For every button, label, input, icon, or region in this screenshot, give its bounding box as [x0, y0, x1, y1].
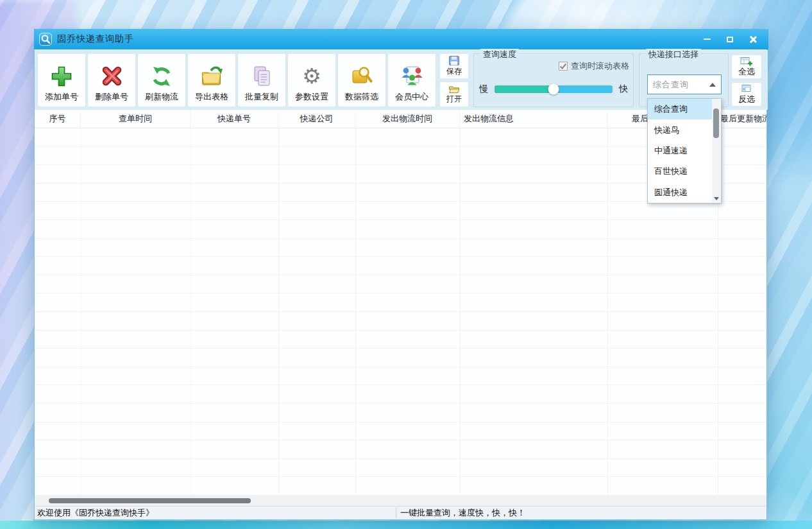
table-row: [35, 220, 766, 239]
column-header-tracking-no[interactable]: 快递单号: [190, 110, 278, 128]
column-header-last-update[interactable]: 最后更新物流: [718, 110, 766, 128]
dropdown-option[interactable]: 快递鸟: [648, 119, 713, 140]
select-all-button[interactable]: 全选: [731, 55, 762, 79]
app-magnifier-icon: [39, 33, 52, 46]
titlebar[interactable]: 固乔快递查询助手: [34, 29, 768, 49]
minimize-icon: [704, 39, 711, 40]
speed-slider-track[interactable]: [493, 84, 614, 94]
column-header-dispatch-info[interactable]: 发出物流信息: [460, 110, 607, 128]
table-grid-line: [278, 128, 279, 496]
button-label: 参数设置: [295, 91, 328, 103]
slow-label: 慢: [479, 83, 488, 95]
app-window: 固乔快递查询助手 添加单号: [34, 29, 767, 520]
status-welcome-text: 欢迎使用《固乔快递查询快手》: [35, 507, 154, 519]
table-row: [35, 404, 766, 422]
interface-combobox[interactable]: 综合查询: [647, 74, 722, 94]
scroll-table-checkbox[interactable]: [559, 62, 568, 71]
interface-dropdown-list: 综合查询 快递鸟 中通速递 百世快递 圆通快递: [647, 98, 722, 204]
open-button[interactable]: 打开: [439, 82, 469, 107]
table-grid-line: [355, 128, 356, 496]
refresh-arrows-icon: [150, 64, 173, 89]
table-row: [35, 459, 766, 478]
table-row: [35, 367, 766, 386]
button-label: 数据筛选: [345, 91, 378, 103]
button-label: 会员中心: [395, 91, 428, 103]
column-header-dispatch-time[interactable]: 发出物流时间: [355, 110, 460, 128]
select-all-label: 全选: [738, 66, 755, 78]
select-all-grid-icon: [740, 56, 753, 66]
people-group-icon: [400, 64, 423, 89]
button-label: 批量复制: [245, 91, 278, 103]
checkmark-icon: [559, 62, 567, 70]
wallpaper-bottom-band: [0, 521, 812, 529]
table-grid-line: [81, 128, 81, 496]
table-row: [35, 293, 766, 312]
interface-selected-value: 综合查询: [648, 79, 709, 91]
window-title: 固乔快递查询助手: [57, 33, 134, 45]
fast-label: 快: [619, 83, 628, 95]
slider-fill-right: [554, 85, 613, 93]
scroll-down-icon[interactable]: [712, 195, 720, 202]
delete-order-button[interactable]: 删除单号: [87, 53, 136, 107]
table-grid-line: [460, 128, 461, 496]
scroll-up-icon[interactable]: [712, 100, 720, 107]
save-button[interactable]: 保存: [439, 53, 469, 79]
table-grid-line: [607, 128, 608, 496]
slider-fill-left: [495, 85, 554, 93]
table-row: [35, 275, 766, 294]
add-order-button[interactable]: 添加单号: [37, 53, 86, 107]
minimize-button[interactable]: [695, 29, 718, 49]
dropdown-scrollbar[interactable]: [712, 100, 720, 202]
table-row: [35, 331, 766, 349]
scroll-table-checkbox-label: 查询时滚动表格: [571, 60, 629, 72]
table-row: [35, 422, 766, 441]
copy-pages-icon: [250, 64, 273, 89]
member-center-button[interactable]: 会员中心: [387, 53, 436, 107]
save-label: 保存: [446, 66, 462, 77]
dropdown-scrollbar-thumb[interactable]: [713, 108, 719, 138]
red-x-icon: [100, 64, 123, 89]
column-header-courier-company[interactable]: 快递公司: [278, 110, 355, 128]
folder-export-icon: [200, 64, 223, 89]
data-filter-button[interactable]: 数据筛选: [337, 53, 386, 107]
green-plus-icon: [50, 64, 73, 89]
dropdown-option[interactable]: 百世快递: [648, 161, 713, 182]
dropdown-option[interactable]: 中通速递: [648, 141, 713, 161]
dropdown-option[interactable]: 综合查询: [648, 99, 713, 119]
table-grid-line: [190, 128, 191, 496]
invert-select-button[interactable]: 反选: [731, 82, 762, 107]
table-row: [35, 257, 766, 275]
chevron-up-icon: [709, 83, 716, 87]
table-row: [35, 312, 766, 331]
button-label: 导出表格: [195, 91, 228, 103]
maximize-button[interactable]: [718, 29, 741, 49]
refresh-logistics-button[interactable]: 刷新物流: [137, 53, 186, 107]
desktop-wallpaper: 固乔快递查询助手 添加单号: [0, 0, 812, 529]
column-header-query-time[interactable]: 查单时间: [81, 110, 190, 128]
batch-copy-button[interactable]: 批量复制: [237, 53, 286, 107]
horizontal-scrollbar-thumb[interactable]: [49, 498, 251, 503]
button-label: 添加单号: [45, 91, 78, 103]
save-icon: [448, 55, 460, 66]
open-label: 打开: [446, 94, 462, 105]
dropdown-option[interactable]: 圆通快递: [648, 182, 713, 203]
invert-select-grid-icon: [740, 84, 753, 94]
parameter-settings-button[interactable]: ⚙ 参数设置: [287, 53, 336, 107]
speed-slider-thumb[interactable]: [548, 84, 559, 95]
open-folder-icon: [448, 85, 460, 94]
query-speed-group: 查询速度 查询时滚动表格 慢 快: [473, 53, 634, 107]
express-interface-title: 快递接口选择: [646, 49, 701, 60]
column-header-index[interactable]: 序号: [35, 110, 81, 128]
horizontal-scrollbar[interactable]: [35, 496, 766, 506]
close-button[interactable]: [741, 29, 765, 49]
status-bar: 欢迎使用《固乔快递查询快手》 一键批量查询，速度快，快，快！: [35, 506, 766, 519]
filter-magnifier-icon: [350, 64, 373, 89]
status-slogan-text: 一键批量查询，速度快，快，快！: [400, 507, 525, 519]
table-row: [35, 477, 766, 496]
invert-select-label: 反选: [738, 94, 755, 105]
status-separator: [396, 508, 396, 518]
button-label: 删除单号: [95, 91, 128, 103]
export-table-button[interactable]: 导出表格: [187, 53, 236, 107]
maximize-icon: [727, 37, 733, 42]
table-row: [35, 440, 766, 459]
